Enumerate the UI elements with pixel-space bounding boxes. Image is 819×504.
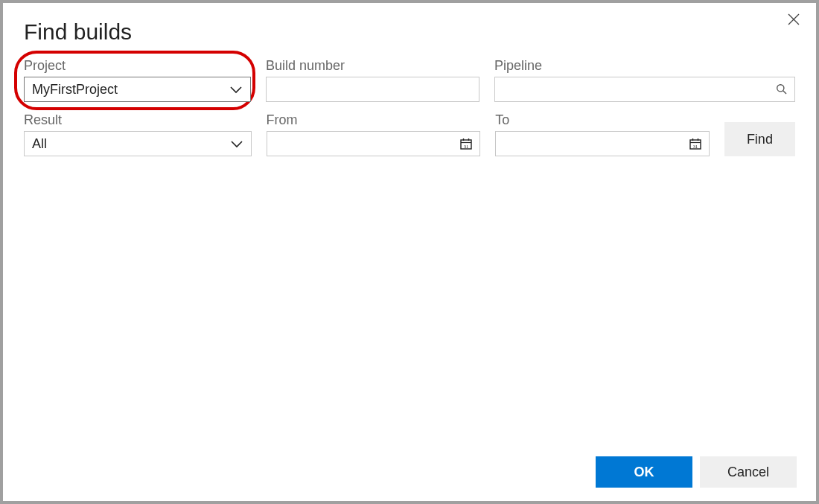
form-row-1: Project MyFirstProject Build number Pipe… [24,58,795,102]
svg-text:31: 31 [464,144,469,149]
result-select[interactable]: All [24,131,252,156]
to-input-wrap: 31 [495,131,710,156]
form-row-2: Result All From 31 To [24,112,795,156]
build-number-input-wrap [266,77,479,102]
form-area: Project MyFirstProject Build number Pipe… [3,58,816,167]
pipeline-field: Pipeline [494,58,795,102]
pipeline-input-wrap [494,77,795,102]
project-label: Project [24,58,251,74]
build-number-field: Build number [266,58,479,102]
from-field: From 31 [267,112,481,156]
find-button[interactable]: Find [724,122,795,156]
pipeline-input[interactable] [495,77,773,101]
from-label: From [267,112,481,128]
calendar-icon[interactable]: 31 [686,137,709,150]
result-select-value: All [25,136,223,152]
svg-point-0 [777,85,784,92]
chevron-down-icon [223,139,251,148]
ok-button[interactable]: OK [596,456,692,488]
to-label: To [495,112,710,128]
close-icon [788,10,800,29]
to-field: To 31 [495,112,710,156]
project-select-value: MyFirstProject [25,82,222,98]
build-number-input[interactable] [267,77,479,101]
svg-text:31: 31 [693,144,698,149]
search-icon[interactable] [773,83,794,95]
result-field: Result All [24,112,252,156]
find-builds-dialog: Find builds Project MyFirstProject Build… [3,3,816,501]
to-input[interactable] [496,132,686,156]
chevron-down-icon [222,85,250,94]
from-input[interactable] [267,132,457,156]
svg-line-1 [783,91,786,94]
result-label: Result [24,112,252,128]
pipeline-label: Pipeline [494,58,795,74]
cancel-button[interactable]: Cancel [700,456,797,488]
calendar-icon[interactable]: 31 [456,137,479,150]
project-field: Project MyFirstProject [24,58,251,102]
from-input-wrap: 31 [267,131,481,156]
close-button[interactable] [782,9,806,31]
dialog-footer: OK Cancel [596,456,797,488]
project-select[interactable]: MyFirstProject [24,77,251,102]
build-number-label: Build number [266,58,479,74]
dialog-title: Find builds [3,3,816,58]
